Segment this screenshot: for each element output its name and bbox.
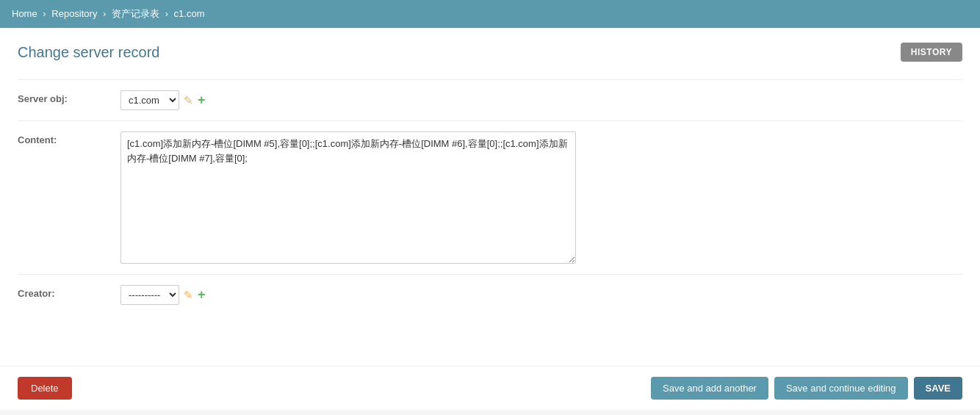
footer: http://blog.csdn.net/gavin3318	[0, 410, 980, 415]
creator-row: Creator: ---------- ✎ +	[18, 274, 962, 315]
add-server-obj-icon[interactable]: +	[198, 93, 206, 108]
content-textarea[interactable]: [c1.com]添加新内存-槽位[DIMM #5],容量[0];;[c1.com…	[120, 131, 576, 264]
save-actions: Save and add another Save and continue e…	[651, 377, 962, 400]
save-continue-button[interactable]: Save and continue editing	[774, 377, 908, 400]
add-creator-icon[interactable]: +	[198, 287, 206, 303]
save-add-button[interactable]: Save and add another	[651, 377, 768, 400]
edit-server-obj-icon[interactable]: ✎	[184, 94, 193, 107]
page-header: Change server record HISTORY	[18, 43, 962, 62]
main-content: Change server record HISTORY Server obj:…	[0, 28, 980, 366]
delete-button[interactable]: Delete	[18, 377, 72, 400]
form-section: Server obj: c1.com ✎ + Content: [c1.com]…	[18, 79, 962, 322]
save-button[interactable]: SAVE	[914, 377, 962, 400]
content-widget: [c1.com]添加新内存-槽位[DIMM #5],容量[0];;[c1.com…	[120, 131, 576, 264]
sep1: ›	[43, 8, 46, 19]
server-obj-select[interactable]: c1.com	[120, 90, 179, 110]
server-obj-label: Server obj:	[18, 90, 120, 104]
bottom-actions: Delete Save and add another Save and con…	[0, 366, 980, 410]
sep2: ›	[103, 8, 106, 19]
list-link[interactable]: 资产记录表	[112, 8, 159, 19]
page-title: Change server record	[18, 44, 159, 61]
edit-creator-icon[interactable]: ✎	[184, 289, 193, 302]
repo-link[interactable]: Repository	[51, 8, 97, 19]
content-row: Content: [c1.com]添加新内存-槽位[DIMM #5],容量[0]…	[18, 120, 962, 274]
server-obj-row: Server obj: c1.com ✎ +	[18, 79, 962, 120]
item-label: c1.com	[174, 8, 205, 19]
topbar: Home › Repository › 资产记录表 › c1.com	[0, 0, 980, 28]
server-obj-widget: c1.com ✎ +	[120, 90, 206, 110]
creator-select[interactable]: ----------	[120, 285, 179, 305]
content-label: Content:	[18, 131, 120, 145]
home-link[interactable]: Home	[12, 8, 37, 19]
history-button[interactable]: HISTORY	[901, 43, 962, 62]
creator-widget: ---------- ✎ +	[120, 285, 206, 305]
creator-label: Creator:	[18, 285, 120, 299]
sep3: ›	[165, 8, 168, 19]
